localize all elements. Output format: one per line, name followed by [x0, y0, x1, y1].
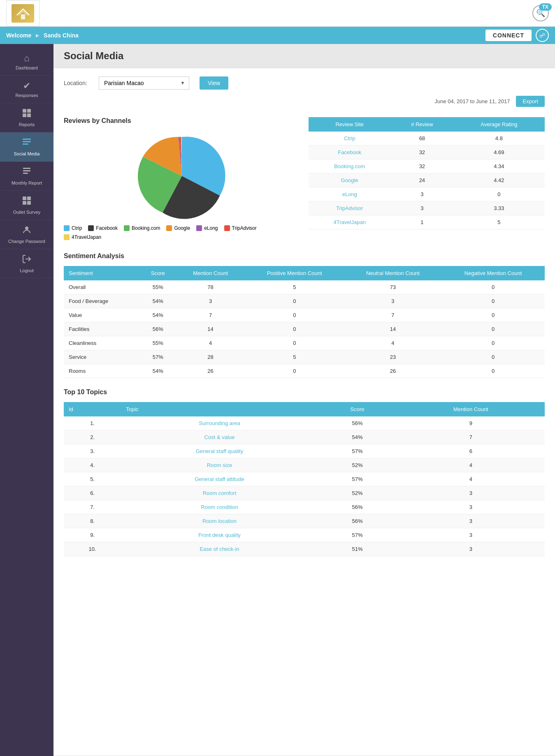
sidebar-item-responses[interactable]: ✔ Responses [0, 76, 53, 103]
sentiment-negative-cell: 0 [441, 308, 545, 322]
legend-color-elong [196, 225, 202, 231]
reviews-table-header-row: Review Site # Review Average Rating [309, 117, 545, 132]
topic-name-cell[interactable]: Front desk quality [121, 528, 318, 542]
topic-score-cell: 51% [318, 542, 397, 556]
review-site-cell[interactable]: Booking.com [309, 160, 391, 173]
monthly-report-icon [22, 166, 32, 179]
col-sentiment: Sentiment [64, 266, 139, 280]
topic-name-cell[interactable]: General staff attitude [121, 472, 318, 486]
topic-name-cell[interactable]: Room location [121, 514, 318, 528]
view-button[interactable]: View [200, 76, 228, 90]
reviews-table-head: Review Site # Review Average Rating [309, 117, 545, 132]
legend-item-4traveljapan: 4TravelJapan [64, 234, 101, 240]
svg-point-15 [25, 227, 28, 230]
sentiment-name-cell: Overall [64, 280, 139, 294]
topic-mentions-cell: 3 [397, 528, 545, 542]
table-row: TripAdvisor 3 3.33 [309, 201, 545, 215]
topic-name-cell[interactable]: Room size [121, 458, 318, 472]
sidebar-item-social-media[interactable]: Social Media [0, 132, 53, 162]
topic-score-cell: 56% [318, 416, 397, 430]
sentiment-positive-cell: 0 [245, 336, 344, 350]
sentiment-neutral-cell: 7 [344, 308, 441, 322]
svg-rect-14 [27, 201, 31, 205]
col-topic-id: Id [64, 402, 121, 416]
topic-id-cell: 10. [64, 542, 121, 556]
legend-item-facebook: Facebook [88, 225, 118, 231]
table-row: 2. Cost & value 54% 7 [64, 430, 545, 444]
review-site-cell[interactable]: eLong [309, 187, 391, 201]
breadcrumb-welcome[interactable]: Welcome [6, 32, 31, 39]
review-site-cell[interactable]: Facebook [309, 146, 391, 160]
connect-icon[interactable]: ☍ [536, 29, 549, 42]
topic-name-cell[interactable]: General staff quality [121, 444, 318, 458]
table-row: Google 24 4.42 [309, 173, 545, 187]
col-topic-score: Score [318, 402, 397, 416]
sentiment-table-head: Sentiment Score Mention Count Positive M… [64, 266, 545, 280]
sentiment-mention-cell: 7 [176, 308, 245, 322]
sentiment-section-title: Sentiment Analysis [64, 252, 545, 260]
topics-header-row: Id Topic Score Mention Count [64, 402, 545, 416]
col-negative-mention: Negative Mention Count [441, 266, 545, 280]
legend-item-booking: Booking.com [124, 225, 160, 231]
sidebar-item-outlet-survey[interactable]: Outlet Survey [0, 191, 53, 220]
sentiment-table-body: Overall 55% 78 5 73 0 Food / Beverage 54… [64, 280, 545, 378]
social-media-icon [22, 137, 32, 150]
page-header: Social Media [53, 44, 555, 68]
sidebar-item-reports[interactable]: Reports [0, 103, 53, 132]
review-site-cell[interactable]: Ctrip [309, 132, 391, 146]
top-right-area: 🔍 TX [532, 5, 549, 21]
user-icon [22, 225, 32, 237]
sentiment-name-cell: Value [64, 308, 139, 322]
topics-section: Top 10 Topics Id Topic Score Mention Cou… [64, 388, 545, 556]
topic-score-cell: 52% [318, 486, 397, 500]
review-count-cell: 1 [391, 215, 453, 229]
table-row: 4. Room size 52% 4 [64, 458, 545, 472]
sidebar-item-monthly-report[interactable]: Monthly Report [0, 162, 53, 191]
review-site-cell[interactable]: TripAdvisor [309, 201, 391, 215]
review-site-cell[interactable]: 4TravelJapan [309, 215, 391, 229]
review-site-cell[interactable]: Google [309, 173, 391, 187]
topics-section-title: Top 10 Topics [64, 388, 545, 396]
topic-score-cell: 57% [318, 444, 397, 458]
topic-name-cell[interactable]: Room comfort [121, 486, 318, 500]
logo-area [6, 0, 39, 26]
sentiment-negative-cell: 0 [441, 364, 545, 378]
reviews-section: Reviews by Channels [64, 117, 545, 240]
legend-label-ctrip: Ctrip [72, 225, 82, 231]
legend-color-tripadvisor [224, 225, 230, 231]
sidebar-item-logout[interactable]: Logout [0, 249, 53, 278]
top-bar: 🔍 TX [0, 0, 555, 27]
reviews-table: Review Site # Review Average Rating Ctri… [309, 117, 545, 229]
review-table-wrap: Review Site # Review Average Rating Ctri… [309, 117, 545, 229]
outlet-survey-icon [22, 196, 32, 208]
topic-name-cell[interactable]: Cost & value [121, 430, 318, 444]
sentiment-mention-cell: 3 [176, 294, 245, 308]
topic-name-cell[interactable]: Surrounding area [121, 416, 318, 430]
sentiment-score-cell: 54% [139, 308, 176, 322]
sentiment-score-cell: 55% [139, 336, 176, 350]
topic-id-cell: 4. [64, 458, 121, 472]
legend-label-tripadvisor: TripAdvisor [232, 225, 257, 231]
col-header-review-site: Review Site [309, 117, 391, 132]
logout-icon [22, 254, 32, 266]
breadcrumb-separator: ► [35, 32, 40, 39]
topic-name-cell[interactable]: Room condition [121, 500, 318, 514]
export-button[interactable]: Export [516, 96, 545, 107]
col-mention-count: Mention Count [176, 266, 245, 280]
review-rating-cell: 4.34 [453, 160, 545, 173]
chart-section: Reviews by Channels [64, 117, 300, 240]
sidebar-item-dashboard[interactable]: ⌂ Dashboard [0, 48, 53, 76]
sidebar: ⌂ Dashboard ✔ Responses Reports Social M… [0, 44, 53, 756]
table-row: 9. Front desk quality 57% 3 [64, 528, 545, 542]
review-rating-cell: 4.69 [453, 146, 545, 160]
review-rating-cell: 4.42 [453, 173, 545, 187]
location-select[interactable]: Parisian Macao The Venetian Four Seasons… [99, 76, 189, 90]
connect-button[interactable]: CONNECT [485, 30, 532, 41]
location-filter-row: Location: Parisian Macao The Venetian Fo… [64, 76, 545, 90]
table-row: 5. General staff attitude 57% 4 [64, 472, 545, 486]
topic-name-cell[interactable]: Ease of check-in [121, 542, 318, 556]
svg-rect-5 [23, 139, 31, 140]
svg-rect-7 [23, 143, 28, 145]
sidebar-item-change-password[interactable]: Change Password [0, 220, 53, 249]
svg-rect-4 [27, 113, 31, 117]
